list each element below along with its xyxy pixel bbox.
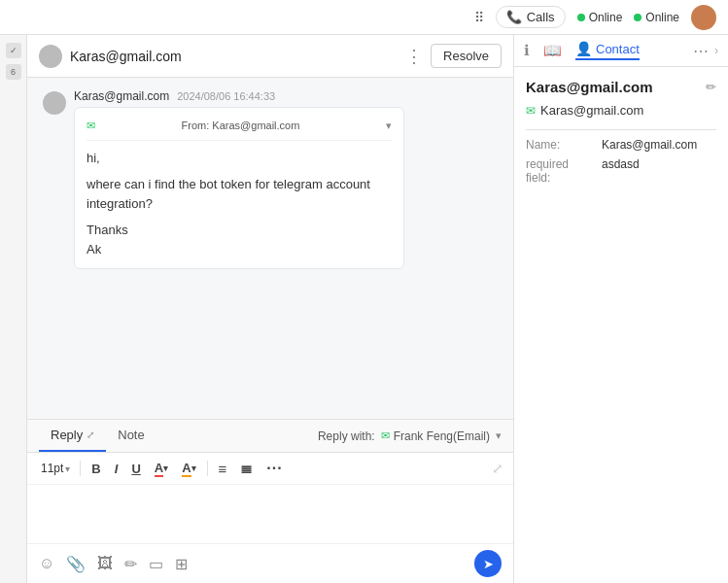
toolbar-divider-2 <box>207 461 208 476</box>
panel-more-icon[interactable]: ⋯ <box>693 42 709 60</box>
contact-tab-label: Contact <box>596 42 640 56</box>
tab-reply[interactable]: Reply ⤢ <box>39 420 106 452</box>
chat-header-left: Karas@gmail.com <box>39 45 182 68</box>
email-icon-small: ✉ <box>381 429 390 442</box>
panel-chevron-right-icon[interactable]: › <box>714 44 718 57</box>
info-icon[interactable]: ℹ <box>524 42 530 59</box>
strip-indicator-2: 6 <box>6 64 21 80</box>
reply-area: Reply ⤢ Note Reply with: ✉ Frank Feng(Em… <box>27 419 513 583</box>
highlight-chevron-icon: ▾ <box>191 463 196 473</box>
contact-email-badge-icon: ✉ <box>526 104 536 118</box>
signature-icon[interactable]: ✏ <box>124 555 137 573</box>
contact-required-value: asdasd <box>602 157 640 185</box>
left-strip: ✓ 6 <box>0 35 27 583</box>
image-icon[interactable]: 🖼 <box>97 555 113 572</box>
apps-icon: ⠿ <box>474 10 484 25</box>
calls-label: Calls <box>527 10 555 24</box>
highlight-button[interactable]: A ▾ <box>177 458 200 480</box>
message-sender: Karas@gmail.com <box>74 89 169 103</box>
template-icon[interactable]: ▭ <box>149 555 163 573</box>
contact-email-header: Karas@gmail.com ✏ <box>526 79 716 95</box>
contact-info: Karas@gmail.com ✏ ✉ Karas@gmail.com Name… <box>514 67 728 196</box>
chat-messages: Karas@gmail.com 2024/08/06 16:44:33 ✉ Fr… <box>27 78 513 419</box>
chat-user-name: Karas@gmail.com <box>70 49 182 64</box>
bold-button[interactable]: B <box>87 459 105 479</box>
reply-with-label: Reply with: <box>318 429 375 443</box>
message-line4: Ak <box>87 240 392 259</box>
font-size-select[interactable]: 11pt ▾ <box>37 460 74 477</box>
edit-icon[interactable]: ✏ <box>706 80 716 94</box>
contact-name-big: Karas@gmail.com <box>526 79 653 95</box>
reply-tabs: Reply ⤢ Note Reply with: ✉ Frank Feng(Em… <box>27 420 513 453</box>
numbered-list-button[interactable]: ≣ <box>235 457 258 480</box>
message-group: Karas@gmail.com 2024/08/06 16:44:33 ✉ Fr… <box>43 89 498 269</box>
more-bottom-icon[interactable]: ⊞ <box>175 555 188 573</box>
message-from-row: ✉ From: Karas@gmail.com ▾ <box>87 118 392 141</box>
message-line2: where can i find the bot token for teleg… <box>87 175 392 213</box>
chat-more-icon[interactable]: ⋮ <box>405 46 423 67</box>
reply-with: Reply with: ✉ Frank Feng(Email) ▾ <box>318 429 502 443</box>
email-from-icon: ✉ <box>87 118 95 134</box>
chat-panel: Karas@gmail.com ⋮ Resolve Karas@gmail.co… <box>27 35 514 583</box>
underline-button[interactable]: U <box>126 459 145 479</box>
editor-bottom: ☺ 📎 🖼 ✏ ▭ ⊞ ➤ <box>27 543 513 583</box>
resolve-button[interactable]: Resolve <box>431 44 502 68</box>
message-bubble: ✉ From: Karas@gmail.com ▾ hi, where can … <box>74 107 404 269</box>
message-avatar <box>43 91 66 115</box>
online-badge-1: Online <box>577 11 623 24</box>
highlight-label: A <box>182 461 191 477</box>
editor-content[interactable] <box>27 485 513 543</box>
toolbar-divider-1 <box>80 461 81 476</box>
user-avatar[interactable] <box>691 5 716 30</box>
online-label-2: Online <box>645 11 679 24</box>
strip-indicator-1: ✓ <box>6 43 21 58</box>
phone-icon: 📞 <box>506 10 522 24</box>
contact-email-row: ✉ Karas@gmail.com <box>526 103 716 118</box>
tab-contact[interactable]: 👤 Contact <box>575 41 640 60</box>
message-header: Karas@gmail.com 2024/08/06 16:44:33 <box>74 89 498 103</box>
message-from-label: From: Karas@gmail.com <box>182 118 300 134</box>
underline-label: U <box>131 462 140 476</box>
online-label-1: Online <box>589 11 623 24</box>
reply-with-email: ✉ Frank Feng(Email) <box>381 429 490 443</box>
tab-note[interactable]: Note <box>106 420 156 452</box>
online-dot-1 <box>577 14 585 21</box>
font-size-value: 11pt <box>41 462 63 475</box>
more-toolbar-label: ··· <box>266 460 282 477</box>
reply-with-value: Frank Feng(Email) <box>394 429 490 443</box>
italic-button[interactable]: I <box>110 459 123 479</box>
bullet-list-icon: ≡ <box>219 461 227 477</box>
send-button[interactable]: ➤ <box>474 550 502 577</box>
bold-label: B <box>91 462 100 476</box>
main-layout: ✓ 6 Karas@gmail.com ⋮ Resolve Karas@gmai… <box>0 35 728 583</box>
send-icon: ➤ <box>483 557 494 571</box>
bullet-list-button[interactable]: ≡ <box>214 458 232 480</box>
font-size-chevron-icon: ▾ <box>65 463 70 474</box>
resize-handle-icon[interactable]: ⤢ <box>492 461 503 476</box>
reply-tabs-left: Reply ⤢ Note <box>39 420 156 452</box>
numbered-list-icon: ≣ <box>240 460 253 477</box>
contact-required-row: required field: asdasd <box>526 157 716 185</box>
italic-label: I <box>115 462 119 476</box>
text-color-button[interactable]: A ▾ <box>150 458 173 480</box>
from-chevron-icon[interactable]: ▾ <box>386 118 392 134</box>
bottom-icons: ☺ 📎 🖼 ✏ ▭ ⊞ <box>39 555 188 573</box>
editor-toolbar: 11pt ▾ B I U A ▾ A ▾ <box>27 453 513 485</box>
book-icon[interactable]: 📖 <box>543 42 562 59</box>
calls-button[interactable]: 📞 Calls <box>496 6 566 28</box>
contact-field-name-row: Name: Karas@gmail.com <box>526 138 716 152</box>
contact-required-label: required field: <box>526 157 594 185</box>
reply-with-chevron-icon[interactable]: ▾ <box>496 429 502 442</box>
more-toolbar-button[interactable]: ··· <box>261 457 287 480</box>
contact-field-name-value: Karas@gmail.com <box>602 138 697 152</box>
message-content: Karas@gmail.com 2024/08/06 16:44:33 ✉ Fr… <box>74 89 498 269</box>
attach-icon[interactable]: 📎 <box>66 555 86 573</box>
topbar: ⠿ 📞 Calls Online Online <box>0 0 728 35</box>
right-panel-icons: ℹ 📖 👤 Contact <box>524 41 640 60</box>
contact-person-icon: 👤 <box>575 41 592 56</box>
emoji-icon[interactable]: ☺ <box>39 555 54 572</box>
contact-divider <box>526 129 716 130</box>
chat-user-avatar <box>39 45 62 68</box>
online-badge-2: Online <box>634 11 679 24</box>
tab-reply-label: Reply <box>51 428 83 442</box>
